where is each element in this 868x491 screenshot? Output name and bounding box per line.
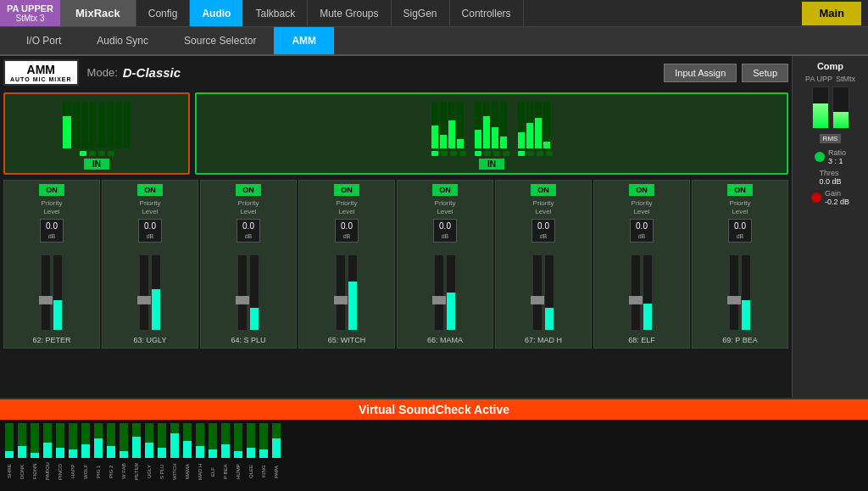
bottom-meters: SHRE DONK FIONN PAROU PINCO HA <box>0 420 868 488</box>
bottom-bar-fill-13 <box>170 433 179 458</box>
amm-buttons: Input Assign Setup <box>664 64 788 82</box>
thres-value: 0.0 dB <box>819 177 841 186</box>
bottom-bar-fill-14 <box>183 441 192 459</box>
fader-level-fill-1 <box>53 300 62 330</box>
bottom-bar-9 <box>120 423 128 458</box>
bottom-bar-20 <box>259 423 268 458</box>
bottom-bar-fill-9 <box>120 451 128 458</box>
pa-upper-label: PA UPPER <box>7 3 53 14</box>
bottom-label-18: HUMP <box>236 459 241 484</box>
subtab-amm[interactable]: AMM <box>274 27 334 54</box>
bottom-label-13: WITCH <box>172 459 177 484</box>
fader-level-fill-8 <box>742 300 750 330</box>
level-display-1: 0.0dB <box>40 219 64 243</box>
fader-level-3 <box>249 254 259 331</box>
bottom-bar-13 <box>170 423 179 458</box>
nav-tab-audio[interactable]: Audio <box>190 0 243 26</box>
thres-row: Thres 0.0 dB <box>819 169 841 186</box>
rmb-7 <box>492 102 498 148</box>
bottom-bar-2 <box>31 423 39 458</box>
bottom-meter-col-18: HUMP <box>232 423 244 484</box>
fader-track-5[interactable] <box>434 254 444 331</box>
nav-tab-mutegroups[interactable]: Mute Groups <box>308 0 391 26</box>
nav-tab-controllers[interactable]: Controllers <box>450 0 524 26</box>
meter-dots-right2 <box>475 151 509 156</box>
nav-tab-config[interactable]: Config <box>136 0 191 26</box>
fader-level-4 <box>348 254 358 331</box>
bottom-bar-11 <box>145 423 153 458</box>
nav-tab-talkback[interactable]: Talkback <box>243 0 308 26</box>
bottom-bar-fill-5 <box>69 449 77 458</box>
subtab-audiosync[interactable]: Audio Sync <box>79 27 166 54</box>
fader-track-6[interactable] <box>532 254 542 331</box>
bottom-meter-col-15: MAD H <box>194 423 206 484</box>
bottom-bar-10 <box>132 423 141 458</box>
nav-tab-siggen[interactable]: SigGen <box>392 0 450 26</box>
fader-area-7 <box>631 246 653 331</box>
bottom-bar-3 <box>43 423 52 458</box>
subtab-ioport[interactable]: I/O Port <box>8 27 79 54</box>
fader-track-7[interactable] <box>631 254 641 331</box>
bottom-label-6: WOLF <box>83 459 88 484</box>
left-content: AMM AUTO MIC MIXER Mode: D-Classic Input… <box>0 56 792 398</box>
bottom-bar-14 <box>183 423 192 458</box>
fader-track-4[interactable] <box>336 254 346 331</box>
bottom-label-7: PIG 1 <box>96 459 101 484</box>
subtab-sourceselector[interactable]: Source Selector <box>166 27 274 54</box>
fader-level-1 <box>53 254 63 331</box>
on-button-5[interactable]: ON <box>432 184 458 196</box>
bottom-bar-fill-20 <box>259 449 268 458</box>
main-button[interactable]: Main <box>802 2 861 25</box>
on-button-8[interactable]: ON <box>727 184 753 196</box>
bottom-bar-0 <box>5 423 14 458</box>
amm-logo-text: AMM <box>27 63 55 76</box>
rmb-1 <box>431 102 438 148</box>
level-display-4: 0.0dB <box>335 219 359 243</box>
input-assign-button[interactable]: Input Assign <box>664 64 737 82</box>
on-button-7[interactable]: ON <box>629 184 654 196</box>
channel-strip-2: ON PriorityLevel 0.0dB 63: UGLY <box>102 180 198 349</box>
fader-track-8[interactable] <box>729 254 739 331</box>
fader-level-7 <box>643 254 653 331</box>
fader-level-fill-2 <box>152 289 160 330</box>
bottom-label-12: S PLU <box>159 459 164 484</box>
meter-bars-right-2 <box>475 98 509 148</box>
on-button-4[interactable]: ON <box>334 184 359 196</box>
rmb-12 <box>543 102 550 148</box>
bottom-bar-17 <box>221 423 230 458</box>
ratio-label: Ratio <box>828 148 846 157</box>
stmtx-label: StMtx 3 <box>16 14 45 23</box>
channel-strip-6: ON PriorityLevel 0.0dB 67: MAD H <box>495 180 592 349</box>
bottom-bar-fill-16 <box>209 449 217 458</box>
on-button-3[interactable]: ON <box>236 184 261 196</box>
bottom-meter-col-12: S PLU <box>156 423 168 484</box>
bottom-label-4: PINCO <box>58 459 63 484</box>
bottom-meter-col-2: FIONN <box>29 423 41 484</box>
fader-track-1[interactable] <box>41 254 51 331</box>
rmb-8 <box>500 102 507 148</box>
rms-label: RMS <box>820 134 842 143</box>
bottom-label-9: W FAB <box>121 459 126 484</box>
on-button-6[interactable]: ON <box>531 184 556 196</box>
on-button-2[interactable]: ON <box>137 184 163 196</box>
fader-track-3[interactable] <box>237 254 248 331</box>
channel-name-6: 67: MAD H <box>525 336 562 344</box>
sub-tab-bar: I/O Port Audio Sync Source Selector AMM <box>0 27 868 56</box>
content-area: AMM AUTO MIC MIXER Mode: D-Classic Input… <box>0 56 868 398</box>
bottom-meter-col-17: P BEA <box>220 423 231 484</box>
priority-label-4: PriorityLevel <box>337 199 358 215</box>
bottom-bar-fill-3 <box>43 443 52 458</box>
in-label-left: IN <box>84 159 109 170</box>
fader-area-2 <box>139 246 161 331</box>
mixrack-tab[interactable]: MixRack <box>60 0 136 26</box>
channel-strip-8: ON PriorityLevel 0.0dB 69: P BEA <box>692 180 788 349</box>
bottom-bar-fill-1 <box>18 446 26 458</box>
fader-track-2[interactable] <box>139 254 149 331</box>
gain-row: Gain -0.2 dB <box>811 189 849 206</box>
on-button-1[interactable]: ON <box>39 184 64 196</box>
meter-groups: IN <box>3 92 788 175</box>
setup-button[interactable]: Setup <box>742 64 788 82</box>
bottom-meter-col-11: UGLY <box>143 423 155 484</box>
ratio-dot <box>815 152 825 162</box>
meter-group-left: IN <box>3 92 190 175</box>
